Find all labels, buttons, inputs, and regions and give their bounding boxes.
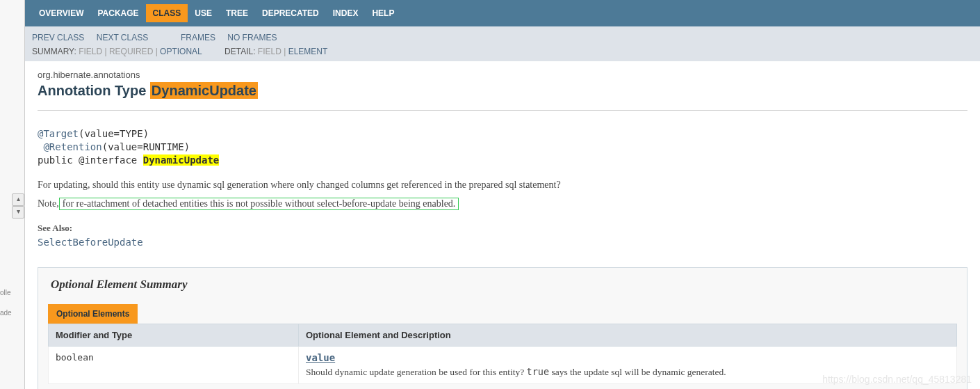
content: org.hibernate.annotations Annotation Typ…	[25, 61, 980, 389]
summary-required: REQUIRED	[109, 47, 153, 56]
summary-label: SUMMARY:	[32, 47, 76, 56]
desc-code: true	[527, 366, 550, 377]
see-also-link[interactable]: SelectBeforeUpdate	[38, 237, 143, 248]
gutter-text-2: ade	[0, 309, 12, 317]
page-title: Annotation Type DynamicUpdate	[38, 83, 967, 99]
divider	[38, 110, 967, 111]
col-element-desc: Optional Element and Description	[299, 324, 957, 346]
left-gutter: ▴ ▾ olle ade	[0, 0, 25, 389]
top-nav: OVERVIEW PACKAGE CLASS USE TREE DEPRECAT…	[25, 0, 980, 26]
nav-deprecated[interactable]: DEPRECATED	[255, 4, 326, 22]
table-tab-active[interactable]: Optional Elements	[48, 304, 138, 324]
table-row: boolean value Should dynamic update gene…	[49, 346, 957, 383]
prev-class-link[interactable]: PREV CLASS	[32, 33, 84, 42]
nav-tree[interactable]: TREE	[219, 4, 255, 22]
gutter-text-1: olle	[0, 289, 11, 296]
scroll-up-icon[interactable]: ▴	[12, 193, 24, 206]
sig-target-val: (value=TYPE)	[79, 128, 149, 139]
member-desc: Should dynamic update generation be used…	[306, 366, 949, 378]
sub-nav: PREV CLASS NEXT CLASS FRAMES NO FRAMES S…	[25, 26, 980, 61]
detail-label: DETAIL:	[224, 47, 255, 56]
summary-optional-link[interactable]: OPTIONAL	[160, 47, 202, 56]
frames-link[interactable]: FRAMES	[181, 33, 215, 42]
cell-description: value Should dynamic update generation b…	[299, 346, 957, 383]
member-value-link[interactable]: value	[306, 352, 335, 363]
detail-element-link[interactable]: ELEMENT	[288, 47, 328, 56]
nav-help[interactable]: HELP	[365, 4, 401, 22]
note-line: Note, for re-attachment of detached enti…	[38, 198, 967, 210]
no-frames-link[interactable]: NO FRAMES	[227, 33, 277, 42]
package-name: org.hibernate.annotations	[38, 65, 967, 81]
desc-post: says the update sql will be dynamic gene…	[549, 367, 726, 377]
sig-decl: public @interface	[38, 154, 143, 166]
cell-type: boolean	[49, 346, 299, 383]
nav-class[interactable]: CLASS	[146, 4, 188, 22]
see-also-label: See Also:	[38, 223, 967, 234]
sig-retention-val: (value=RUNTIME)	[102, 141, 190, 152]
note-boxed: for re-attachment of detached entities t…	[59, 198, 459, 210]
optional-element-summary: Optional Element Summary Optional Elemen…	[38, 267, 967, 389]
nav-index[interactable]: INDEX	[326, 4, 366, 22]
sig-retention-anno: @Retention	[38, 141, 102, 152]
nav-overview[interactable]: OVERVIEW	[32, 4, 90, 22]
summary-heading: Optional Element Summary	[51, 278, 957, 292]
sig-target-anno: @Target	[38, 128, 79, 139]
next-class-link[interactable]: NEXT CLASS	[97, 33, 148, 42]
sig-name: DynamicUpdate	[143, 154, 220, 166]
nav-package[interactable]: PACKAGE	[90, 4, 145, 22]
scroll-down-icon[interactable]: ▾	[12, 206, 24, 219]
signature-block: @Target(value=TYPE) @Retention(value=RUN…	[38, 127, 967, 167]
nav-use[interactable]: USE	[188, 4, 219, 22]
note-prefix: Note,	[38, 198, 59, 209]
desc-pre: Should dynamic update generation be used…	[306, 367, 527, 377]
title-name: DynamicUpdate	[150, 82, 258, 99]
detail-field: FIELD	[258, 47, 281, 56]
title-prefix: Annotation Type	[38, 83, 150, 98]
summary-field: FIELD	[79, 47, 102, 56]
description: For updating, should this entity use dyn…	[38, 180, 967, 191]
col-modifier-type: Modifier and Type	[49, 324, 299, 346]
optional-elements-table: Optional Elements Modifier and Type Opti…	[48, 304, 957, 384]
